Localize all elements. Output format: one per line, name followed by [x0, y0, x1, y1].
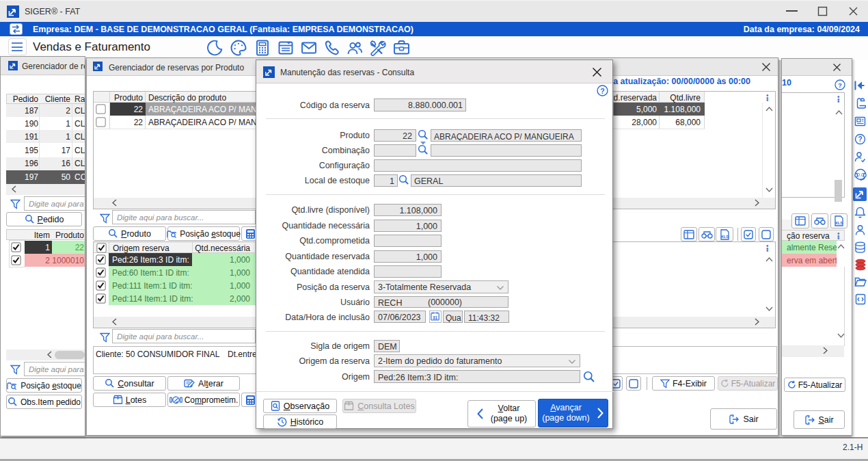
svg-text:?: ?: [838, 81, 842, 89]
svg-text:0.0: 0.0: [857, 172, 864, 178]
svg-text:?: ?: [600, 87, 604, 95]
svg-text:XLS: XLS: [720, 235, 729, 239]
svg-text:31: 31: [433, 315, 438, 320]
svg-text:XLS: XLS: [835, 221, 843, 225]
svg-text:?: ?: [858, 135, 862, 143]
